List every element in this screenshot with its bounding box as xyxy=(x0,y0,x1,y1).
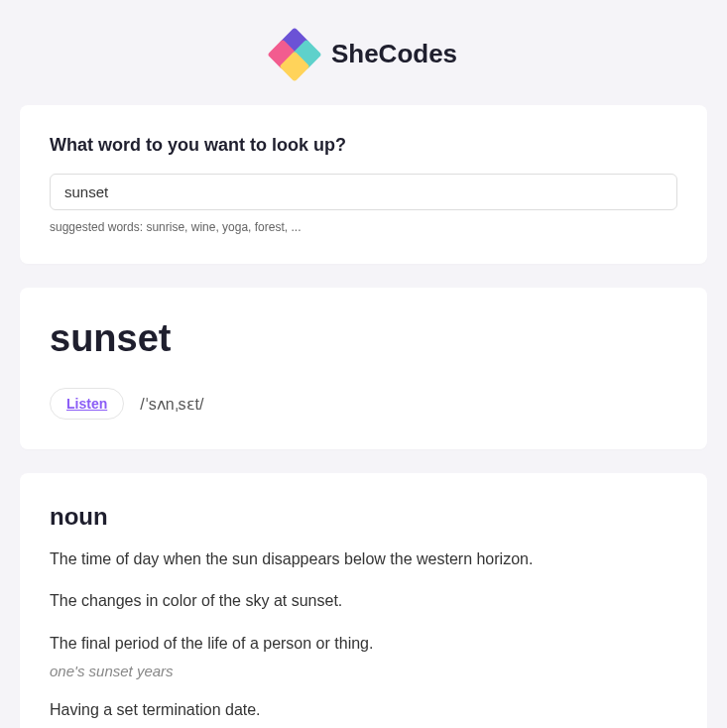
meaning-card: noun The time of day when the sun disapp… xyxy=(20,473,707,728)
brand-name: SheCodes xyxy=(331,39,457,69)
logo-icon xyxy=(270,30,319,77)
search-hint: suggested words: sunrise, wine, yoga, fo… xyxy=(50,220,677,234)
search-card: What word to you want to look up? sugges… xyxy=(20,105,707,264)
definition: The final period of the life of a person… xyxy=(50,633,677,655)
app-header: SheCodes xyxy=(20,30,707,77)
definition: The time of day when the sun disappears … xyxy=(50,548,677,570)
result-card: sunset Listen /ˈsʌnˌsɛt/ xyxy=(20,288,707,449)
definition: Having a set termination date. xyxy=(50,699,677,721)
phonetic-text: /ˈsʌnˌsɛt/ xyxy=(140,395,203,414)
definition-example: one's sunset years xyxy=(50,663,677,679)
definition: The changes in color of the sky at sunse… xyxy=(50,590,677,612)
result-word: sunset xyxy=(50,317,677,360)
listen-button[interactable]: Listen xyxy=(50,388,124,420)
search-input[interactable] xyxy=(50,174,677,210)
part-of-speech: noun xyxy=(50,503,677,531)
search-prompt: What word to you want to look up? xyxy=(50,135,677,156)
